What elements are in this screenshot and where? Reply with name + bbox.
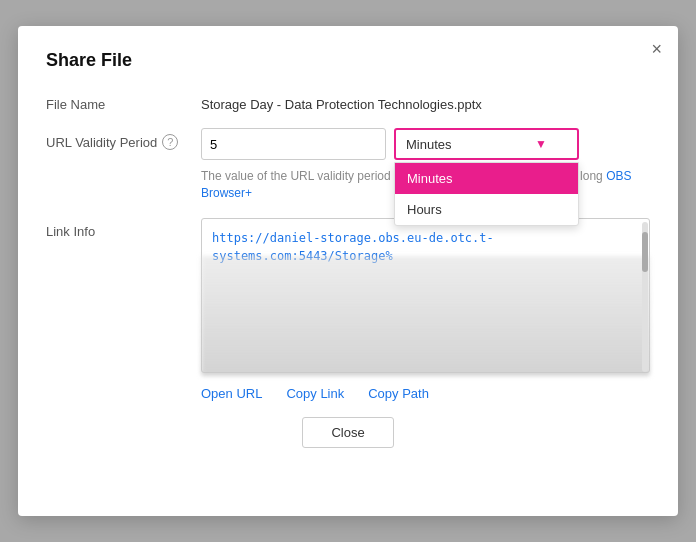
dropdown-arrow-icon: ▼ [535,137,547,151]
link-actions: Open URL Copy Link Copy Path [46,386,650,401]
help-icon[interactable]: ? [162,134,178,150]
modal-overlay: × Share File File Name Storage Day - Dat… [0,0,696,542]
dropdown-option-minutes[interactable]: Minutes [395,163,578,194]
link-info-row: Link Info [46,218,650,376]
link-info-label: Link Info [46,218,201,239]
unit-dropdown-menu: Minutes Hours [394,162,579,226]
unit-select-wrapper: Minutes ▼ Minutes Hours [394,128,579,160]
file-name-label: File Name [46,91,201,112]
validity-row: URL Validity Period ? Minutes ▼ Minutes … [46,128,650,202]
open-url-button[interactable]: Open URL [201,386,262,401]
close-icon[interactable]: × [651,40,662,58]
link-textarea[interactable] [201,218,650,373]
modal-footer: Close [46,417,650,448]
modal-title: Share File [46,50,650,71]
share-file-modal: × Share File File Name Storage Day - Dat… [18,26,678,516]
validity-label: URL Validity Period ? [46,128,201,150]
copy-link-button[interactable]: Copy Link [286,386,344,401]
validity-controls: Minutes ▼ Minutes Hours The value of the… [201,128,650,202]
dropdown-option-hours[interactable]: Hours [395,194,578,225]
link-textarea-wrapper [201,218,650,376]
validity-inputs: Minutes ▼ Minutes Hours [201,128,650,160]
scrollbar-thumb [642,232,648,272]
unit-select[interactable]: Minutes ▼ [394,128,579,160]
validity-number-input[interactable] [201,128,386,160]
hint-line1: The value of the URL validity period is [201,169,403,183]
copy-path-button[interactable]: Copy Path [368,386,429,401]
scrollbar[interactable] [642,222,648,372]
selected-unit-label: Minutes [406,137,452,152]
file-name-value: Storage Day - Data Protection Technologi… [201,91,650,112]
close-button[interactable]: Close [302,417,393,448]
file-name-row: File Name Storage Day - Data Protection … [46,91,650,112]
